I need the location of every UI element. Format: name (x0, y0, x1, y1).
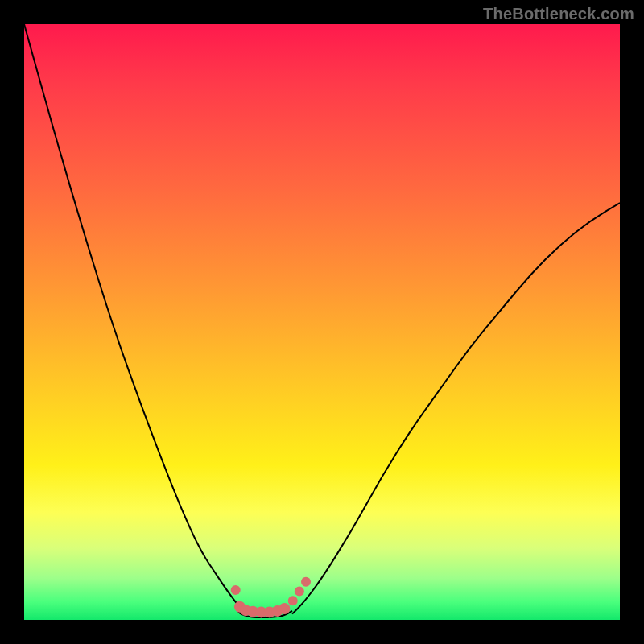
data-marker (279, 603, 290, 614)
markers-group (231, 577, 311, 618)
data-marker (301, 577, 311, 587)
left-curve (24, 24, 245, 614)
data-marker (231, 585, 241, 595)
data-marker (295, 586, 304, 596)
right-curve (292, 203, 620, 614)
plot-area (24, 24, 620, 620)
watermark-text: TheBottleneck.com (483, 5, 634, 23)
chart-svg (24, 24, 620, 620)
data-marker (288, 596, 298, 605)
